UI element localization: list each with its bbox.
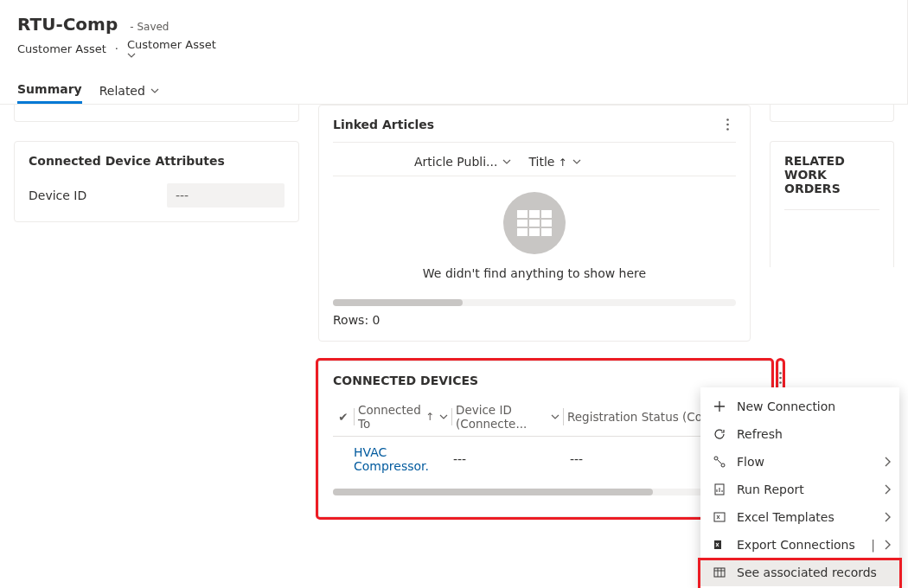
tab-related[interactable]: Related bbox=[99, 77, 159, 104]
device-id-label: Device ID bbox=[29, 189, 167, 202]
linked-col-title[interactable]: Title bbox=[525, 151, 584, 172]
right-card-stub bbox=[770, 105, 894, 122]
connected-devices-title: CONNECTED DEVICES bbox=[333, 374, 478, 387]
records-icon bbox=[713, 566, 726, 579]
entity-name: Customer Asset bbox=[17, 42, 106, 55]
col-connected-to[interactable]: Connected To ↑ bbox=[355, 403, 451, 431]
excel-export-icon bbox=[713, 538, 726, 552]
related-work-orders-card: RELATED WORK ORDERS bbox=[770, 141, 894, 267]
menu-see-associated-records[interactable]: See associated records bbox=[700, 559, 899, 586]
empty-state: We didn't find anything to show here bbox=[333, 182, 736, 292]
horizontal-scrollbar[interactable] bbox=[333, 299, 736, 306]
menu-run-report[interactable]: Run Report bbox=[700, 476, 899, 503]
tab-summary[interactable]: Summary bbox=[17, 77, 82, 104]
tab-list: Summary Related bbox=[17, 77, 890, 104]
svg-point-1 bbox=[726, 124, 729, 126]
flow-icon bbox=[713, 455, 726, 469]
connected-devices-context-menu: New Connection Refresh Flow Run Report E… bbox=[700, 387, 899, 588]
separator-dot bbox=[113, 42, 120, 55]
device-id-value[interactable]: --- bbox=[167, 183, 285, 208]
rows-count: Rows: 0 bbox=[333, 313, 736, 327]
chevron-right-icon bbox=[884, 457, 891, 467]
svg-rect-11 bbox=[714, 568, 725, 577]
form-selector[interactable]: Customer Asset bbox=[127, 38, 218, 60]
chevron-right-icon bbox=[884, 512, 891, 522]
scroll-thumb[interactable] bbox=[333, 299, 463, 306]
save-status: - Saved bbox=[130, 21, 169, 33]
chevron-down-icon bbox=[439, 412, 448, 421]
linked-articles-card: Linked Articles Article Publi... Title bbox=[318, 105, 751, 342]
card-title: Connected Device Attributes bbox=[29, 154, 285, 168]
linked-articles-more-button[interactable] bbox=[719, 116, 736, 133]
excel-icon bbox=[713, 510, 726, 524]
svg-point-6 bbox=[714, 457, 718, 460]
empty-grid-icon bbox=[503, 192, 566, 254]
chevron-down-icon bbox=[572, 157, 581, 166]
menu-new-connection[interactable]: New Connection bbox=[700, 393, 899, 420]
form-header: RTU-Comp - Saved Customer Asset Customer… bbox=[0, 0, 908, 105]
table-row[interactable]: HVAC Compressor. --- --- bbox=[333, 437, 757, 482]
menu-excel-templates[interactable]: Excel Templates bbox=[700, 503, 899, 531]
connected-device-attributes-card: Connected Device Attributes Device ID --… bbox=[14, 141, 299, 222]
divider: | bbox=[871, 538, 875, 552]
chevron-down-icon bbox=[150, 86, 159, 95]
menu-refresh[interactable]: Refresh bbox=[700, 420, 899, 448]
chevron-right-icon bbox=[884, 540, 891, 550]
related-work-orders-title: RELATED WORK ORDERS bbox=[784, 154, 879, 195]
svg-point-7 bbox=[721, 463, 725, 467]
linked-articles-title: Linked Articles bbox=[333, 118, 434, 131]
form-name: Customer Asset bbox=[127, 38, 216, 51]
record-title: RTU-Comp bbox=[17, 14, 118, 35]
scroll-thumb[interactable] bbox=[333, 489, 653, 495]
report-icon bbox=[713, 483, 726, 496]
chevron-down-icon bbox=[551, 412, 560, 421]
chevron-down-icon bbox=[502, 157, 511, 166]
refresh-icon bbox=[713, 427, 726, 441]
connected-to-link[interactable]: HVAC Compressor. bbox=[354, 445, 453, 473]
tab-related-label: Related bbox=[99, 84, 145, 98]
chevron-right-icon bbox=[884, 484, 891, 495]
left-card-stub bbox=[14, 105, 299, 122]
svg-rect-9 bbox=[714, 513, 725, 521]
select-all-checkbox[interactable]: ✔ bbox=[333, 410, 354, 424]
svg-point-2 bbox=[726, 128, 729, 131]
linked-col-article[interactable]: Article Publi... bbox=[411, 151, 515, 172]
menu-export-connections[interactable]: Export Connections | bbox=[700, 531, 899, 559]
chevron-down-icon bbox=[127, 51, 218, 60]
empty-text: We didn't find anything to show here bbox=[333, 266, 736, 280]
svg-point-0 bbox=[726, 118, 729, 121]
plus-icon bbox=[713, 399, 726, 413]
horizontal-scrollbar[interactable] bbox=[333, 489, 757, 495]
connected-devices-columns: ✔ Connected To ↑ Device ID (Connecte... bbox=[333, 398, 757, 437]
menu-flow[interactable]: Flow bbox=[700, 448, 899, 476]
device-id-cell: --- bbox=[453, 452, 570, 466]
col-device-id[interactable]: Device ID (Connecte... bbox=[452, 403, 563, 431]
